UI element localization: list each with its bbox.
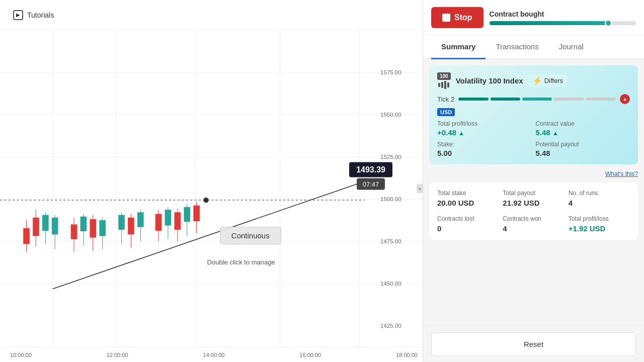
num-runs-stat: No. of runs 4 — [569, 190, 630, 207]
num-runs-value: 4 — [569, 199, 630, 207]
stat-contract-value: Contract value 5.48 ▲ — [536, 120, 630, 137]
chart-expand-arrows[interactable]: » — [417, 184, 423, 194]
differs-badge: ⚡ Differs — [528, 74, 567, 87]
svg-rect-46 — [175, 212, 181, 230]
tick-label: Tick 2 — [437, 96, 454, 103]
tab-summary[interactable]: Summary — [431, 35, 486, 59]
contracts-lost-label: Contracts lost — [437, 215, 499, 222]
stat-potential-payout-label: Potential payout — [536, 141, 630, 148]
bar1 — [438, 83, 440, 87]
reset-button[interactable]: Reset — [431, 332, 636, 356]
svg-rect-44 — [165, 210, 172, 226]
svg-rect-24 — [42, 215, 49, 231]
vol-container: 100 — [437, 72, 451, 89]
contract-card: 100 Volatility 100 Index ⚡ Differs Tick … — [429, 65, 638, 164]
svg-rect-34 — [99, 220, 106, 236]
chart-container: 1575.00 1550.00 1525.00 1500.00 1475.00 … — [0, 30, 423, 347]
x-label-5: 18:00:00 — [396, 352, 418, 358]
bar3 — [444, 81, 446, 89]
total-stake-stat: Total stake 20.00 USD — [437, 190, 499, 207]
progress-bar-bg — [490, 21, 636, 25]
svg-rect-38 — [128, 218, 134, 235]
summary-content: 100 Volatility 100 Index ⚡ Differs Tick … — [423, 59, 644, 326]
total-profit-stat: Total profit/loss +1.92 USD — [569, 215, 630, 233]
contracts-lost-stat: Contracts lost 0 — [437, 215, 499, 233]
chart-header: ▶ Tutorials — [0, 0, 423, 30]
whats-this-link[interactable]: What's this? — [429, 170, 638, 177]
tick-seg-2 — [491, 98, 520, 101]
x-label-4: 16:00:00 — [299, 352, 321, 358]
tutorials-icon: ▶ — [13, 10, 23, 20]
total-payout-label: Total payout — [503, 190, 564, 197]
progress-bar-fill — [490, 21, 610, 25]
total-profit-summary-value: +1.92 USD — [569, 224, 630, 233]
bar4 — [447, 82, 449, 87]
svg-rect-22 — [33, 218, 39, 236]
stop-icon — [442, 14, 450, 22]
svg-rect-30 — [80, 217, 87, 231]
time-value: 07:47 — [357, 178, 385, 190]
contract-top: 100 Volatility 100 Index ⚡ Differs — [437, 72, 630, 89]
svg-rect-20 — [23, 228, 30, 244]
summary-row-2: Contracts lost 0 Contracts won 4 Total p… — [437, 215, 630, 233]
contracts-lost-value: 0 — [437, 224, 499, 233]
svg-text:1450.00: 1450.00 — [380, 281, 401, 287]
stat-contract-value-value: 5.48 ▲ — [536, 128, 630, 137]
svg-text:1550.00: 1550.00 — [380, 112, 401, 118]
differs-label: Differs — [544, 77, 563, 84]
tick-seg-1 — [458, 98, 488, 101]
svg-rect-36 — [118, 215, 125, 230]
stop-label: Stop — [454, 13, 472, 22]
progress-dot — [605, 20, 612, 27]
svg-text:1425.00: 1425.00 — [380, 323, 401, 329]
stop-button[interactable]: Stop — [431, 7, 484, 28]
continuous-label[interactable]: Continuous — [220, 227, 281, 244]
tutorials-button[interactable]: ▶ Tutorials — [8, 7, 59, 23]
reset-bar: Reset — [423, 326, 644, 362]
top-bar: Stop Contract bought — [423, 0, 644, 35]
contracts-won-value: 4 — [503, 224, 564, 233]
stat-contract-value-label: Contract value — [536, 120, 630, 127]
num-runs-label: No. of runs — [569, 190, 630, 197]
tick-indicator-icon: ● — [623, 97, 626, 102]
svg-text:1525.00: 1525.00 — [380, 154, 401, 160]
stats-grid: Total profit/loss +0.48 ▲ Contract value… — [437, 120, 630, 157]
vol-icon — [438, 81, 449, 89]
svg-point-52 — [203, 198, 209, 203]
stat-potential-payout-value: 5.48 — [536, 149, 630, 157]
total-profit-summary-label: Total profit/loss — [569, 215, 630, 222]
tab-transactions[interactable]: Transactions — [486, 35, 548, 59]
svg-rect-42 — [155, 214, 162, 231]
profit-arrow: ▲ — [458, 130, 464, 137]
svg-rect-50 — [193, 206, 200, 222]
double-click-hint: Double click to manage — [207, 258, 275, 266]
stat-stake-value: 5.00 — [437, 149, 532, 157]
tab-journal[interactable]: Journal — [549, 35, 594, 59]
tick-seg-3 — [522, 98, 552, 101]
total-stake-value: 20.00 USD — [437, 199, 499, 207]
svg-text:1500.00: 1500.00 — [380, 196, 401, 202]
stat-stake: Stake: 5.00 — [437, 141, 532, 157]
svg-rect-32 — [90, 219, 97, 238]
x-axis-labels: 10:00:00 12:00:00 14:00:00 16:00:00 18:0… — [5, 352, 423, 358]
x-label-1: 10:00:00 — [10, 352, 32, 358]
bar2 — [441, 82, 443, 88]
stat-stake-label: Stake: — [437, 141, 532, 148]
tick-indicator: ● — [620, 94, 630, 104]
contract-arrow: ▲ — [552, 130, 558, 137]
summary-row-1: Total stake 20.00 USD Total payout 21.92… — [437, 190, 630, 207]
stat-total-profit-label: Total profit/loss — [437, 120, 532, 127]
usd-badge: USD — [437, 108, 455, 116]
x-label-2: 12:00:00 — [107, 352, 128, 358]
tutorials-label: Tutorials — [27, 11, 54, 19]
summary-stats: Total stake 20.00 USD Total payout 21.92… — [429, 183, 638, 240]
x-axis: 10:00:00 12:00:00 14:00:00 16:00:00 18:0… — [0, 347, 423, 362]
total-stake-label: Total stake — [437, 190, 499, 197]
tick-row: Tick 2 ● — [437, 94, 630, 104]
chart-area: ▶ Tutorials 1575.00 1550.00 1525.00 1500… — [0, 0, 423, 362]
right-panel: Stop Contract bought Summary Transaction… — [423, 0, 644, 362]
contracts-won-stat: Contracts won 4 — [503, 215, 564, 233]
svg-text:1575.00: 1575.00 — [380, 69, 401, 75]
svg-rect-40 — [137, 212, 144, 227]
x-label-3: 14:00:00 — [203, 352, 225, 358]
